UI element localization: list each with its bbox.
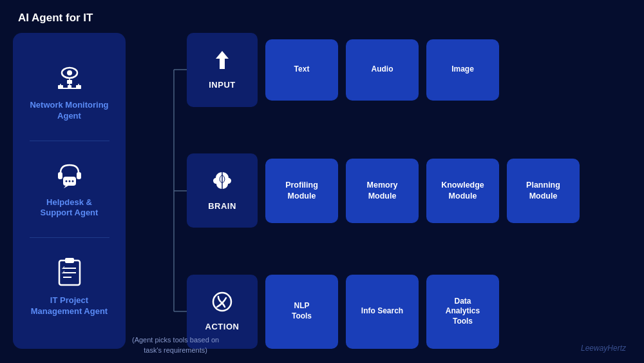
svg-rect-6: [68, 85, 71, 89]
input-label: INPUT: [209, 80, 236, 91]
planning-module-card[interactable]: PlanningModule: [507, 159, 580, 223]
audio-card[interactable]: Audio: [346, 39, 419, 101]
memory-module-card[interactable]: MemoryModule: [346, 159, 419, 223]
brain-row: BRAIN ProfilingModule MemoryModule Knowl…: [138, 153, 631, 228]
image-label: Image: [451, 64, 474, 75]
nlp-tools-label: NLPTools: [292, 301, 312, 321]
svg-point-1: [67, 70, 72, 75]
text-card[interactable]: Text: [265, 39, 338, 101]
watermark: LeewayHertz: [581, 344, 626, 353]
svg-rect-12: [77, 172, 81, 179]
knowledge-module-card[interactable]: KnowledgeModule: [426, 159, 499, 223]
sidebar-item-label-network: Network MonitoringAgent: [30, 100, 108, 122]
sidebar-divider-1: [30, 141, 109, 141]
image-card[interactable]: Image: [426, 39, 499, 101]
data-analytics-tools-card[interactable]: DataAnalyticsTools: [426, 275, 499, 349]
svg-point-16: [68, 180, 70, 182]
sidebar-divider-2: [30, 237, 109, 238]
svg-point-31: [213, 293, 231, 311]
data-analytics-tools-label: DataAnalyticsTools: [446, 297, 480, 327]
svg-rect-7: [76, 85, 81, 89]
bottom-note: (Agent picks tools based ontask's requir…: [132, 335, 219, 355]
input-icon: [211, 48, 234, 75]
network-monitoring-icon: [53, 64, 86, 95]
svg-marker-29: [216, 51, 229, 69]
svg-point-15: [65, 180, 67, 182]
memory-module-label: MemoryModule: [367, 180, 398, 201]
svg-point-17: [71, 180, 73, 182]
info-search-label: Info Search: [361, 306, 403, 317]
nlp-tools-card[interactable]: NLPTools: [265, 275, 338, 349]
sidebar-item-helpdesk[interactable]: Helpdesk &Support Agent: [19, 153, 119, 226]
brain-icon: [211, 170, 234, 196]
profiling-module-label: ProfilingModule: [285, 180, 318, 201]
sidebar-item-label-it-project: IT ProjectManagement Agent: [31, 295, 108, 317]
brain-card[interactable]: BRAIN: [187, 153, 258, 228]
svg-rect-2: [67, 80, 72, 84]
info-search-card[interactable]: Info Search: [346, 275, 419, 349]
profiling-module-card[interactable]: ProfilingModule: [265, 159, 338, 223]
sidebar-item-network-monitoring[interactable]: Network MonitoringAgent: [19, 57, 119, 128]
text-label: Text: [294, 64, 310, 75]
input-row: INPUT Text Audio Image: [138, 33, 631, 107]
svg-rect-19: [65, 258, 74, 263]
svg-marker-14: [64, 186, 68, 188]
brain-label: BRAIN: [208, 201, 236, 212]
main-container: AI Agent for IT: [0, 0, 644, 363]
action-icon: [211, 290, 234, 317]
planning-module-label: PlanningModule: [526, 180, 560, 201]
input-card[interactable]: INPUT: [187, 33, 258, 107]
svg-rect-5: [58, 85, 63, 89]
svg-text:✓: ✓: [61, 270, 66, 275]
sidebar: Network MonitoringAgent: [13, 33, 126, 349]
it-project-icon: ✓ ✓: [56, 257, 83, 290]
audio-label: Audio: [372, 64, 393, 75]
sidebar-item-it-project[interactable]: ✓ ✓ IT ProjectManagement Agent: [19, 250, 119, 324]
sidebar-item-label-helpdesk: Helpdesk &Support Agent: [41, 197, 99, 219]
action-label: ACTION: [205, 322, 240, 333]
content-area: INPUT Text Audio Image: [138, 33, 631, 349]
helpdesk-icon: [55, 160, 84, 192]
page-title: AI Agent for IT: [18, 12, 93, 25]
knowledge-module-label: KnowledgeModule: [441, 180, 484, 201]
svg-rect-11: [58, 172, 62, 179]
